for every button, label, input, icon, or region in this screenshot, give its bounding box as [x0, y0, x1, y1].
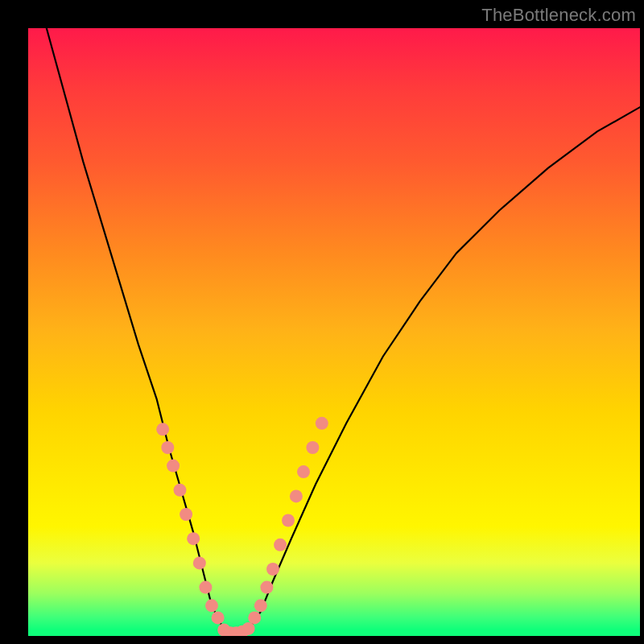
data-point: [290, 489, 303, 502]
data-point: [212, 611, 225, 624]
data-point: [174, 484, 187, 497]
data-point: [205, 599, 218, 612]
data-point: [266, 563, 279, 576]
data-point: [254, 599, 267, 612]
data-point: [306, 441, 319, 454]
plot-area: [28, 28, 640, 636]
bottleneck-curve: [47, 28, 640, 636]
data-point: [187, 532, 200, 545]
data-point: [193, 556, 206, 569]
data-point: [282, 514, 295, 527]
curve-svg: [28, 28, 640, 636]
data-point: [274, 539, 287, 551]
data-point: [161, 441, 174, 454]
chart-stage: TheBottleneck.com: [0, 0, 644, 644]
data-point: [316, 417, 328, 430]
data-point: [248, 611, 261, 624]
watermark-text: TheBottleneck.com: [481, 5, 636, 26]
data-points-group: [156, 417, 328, 636]
data-point: [167, 460, 180, 473]
data-point: [180, 508, 192, 521]
data-point: [260, 581, 273, 594]
data-point: [156, 423, 169, 436]
data-point: [199, 581, 212, 594]
data-point: [297, 465, 310, 478]
data-point: [242, 622, 255, 635]
